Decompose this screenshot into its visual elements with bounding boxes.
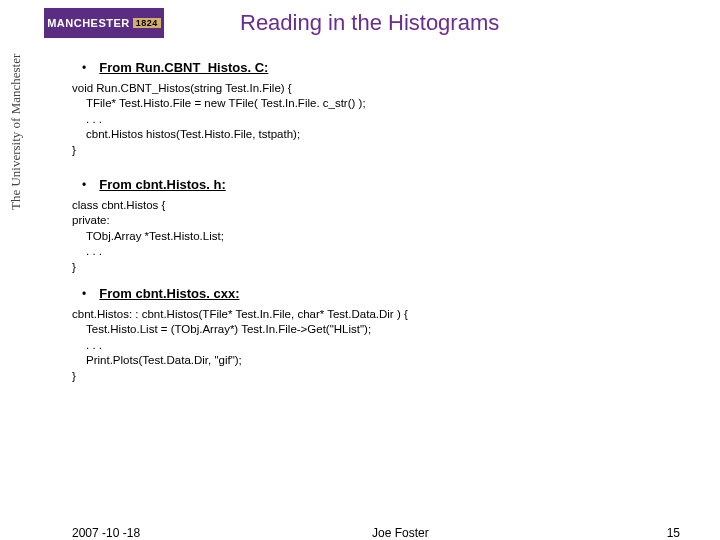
code-line: } <box>72 143 690 159</box>
code-line: TObj.Array *Test.Histo.List; <box>72 229 690 245</box>
code-line: TFile* Test.Histo.File = new TFile( Test… <box>72 96 690 112</box>
code-line: class cbnt.Histos { <box>72 198 690 214</box>
footer-page: 15 <box>667 526 680 540</box>
code-line: Test.Histo.List = (TObj.Array*) Test.In.… <box>72 322 690 338</box>
logo-text: MANCHESTER <box>47 17 130 29</box>
code-line: cbnt.Histos histos(Test.Histo.File, tstp… <box>72 127 690 143</box>
section-3-heading: • From cbnt.Histos. cxx: <box>72 285 690 303</box>
sidebar-university-label: The University of Manchester <box>8 54 24 210</box>
page-title: Reading in the Histograms <box>240 10 499 36</box>
footer-date: 2007 -10 -18 <box>72 526 140 540</box>
bullet-icon: • <box>72 286 96 302</box>
code-line: . . . <box>72 112 690 128</box>
heading-2: From cbnt.Histos. h: <box>99 177 225 192</box>
heading-1: From Run.CBNT_Histos. C: <box>99 60 268 75</box>
footer-author: Joe Foster <box>372 526 429 540</box>
code-block-2: class cbnt.Histos { private: TObj.Array … <box>72 198 690 276</box>
heading-3: From cbnt.Histos. cxx: <box>99 286 239 301</box>
code-line: } <box>72 260 690 276</box>
code-line: Print.Plots(Test.Data.Dir, "gif"); <box>72 353 690 369</box>
logo-year: 1824 <box>133 18 161 28</box>
manchester-logo: MANCHESTER 1824 <box>44 8 164 38</box>
code-line: . . . <box>72 338 690 354</box>
code-block-1: void Run.CBNT_Histos(string Test.In.File… <box>72 81 690 159</box>
code-block-3: cbnt.Histos: : cbnt.Histos(TFile* Test.I… <box>72 307 690 385</box>
bullet-icon: • <box>72 177 96 193</box>
bullet-icon: • <box>72 60 96 76</box>
section-1-heading: • From Run.CBNT_Histos. C: <box>72 59 690 77</box>
code-line: private: <box>72 213 690 229</box>
content-area: • From Run.CBNT_Histos. C: void Run.CBNT… <box>72 55 690 384</box>
code-line: } <box>72 369 690 385</box>
code-line: cbnt.Histos: : cbnt.Histos(TFile* Test.I… <box>72 307 690 323</box>
section-2-heading: • From cbnt.Histos. h: <box>72 176 690 194</box>
code-line: void Run.CBNT_Histos(string Test.In.File… <box>72 81 690 97</box>
code-line: . . . <box>72 244 690 260</box>
